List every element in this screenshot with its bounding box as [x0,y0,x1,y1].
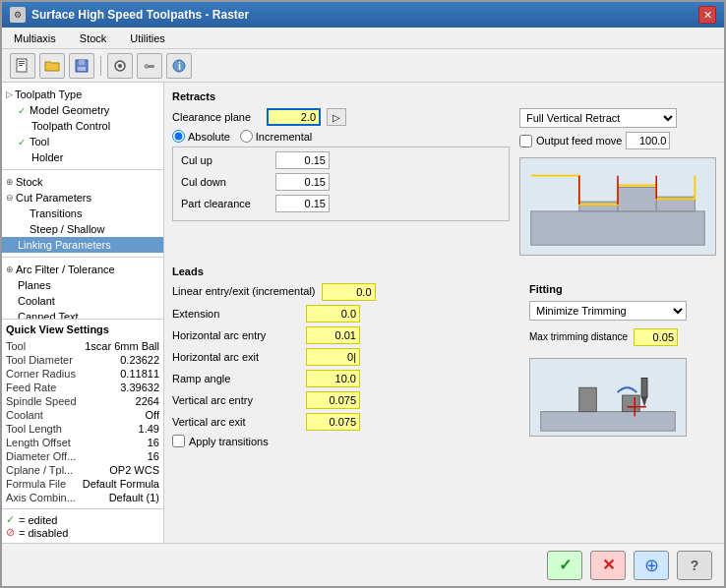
max-trimming-distance-input[interactable] [634,328,678,346]
leads-content: Linear entry/exit (incremental) Extensio… [172,283,716,451]
clearance-plane-arrow-button[interactable]: ▷ [327,108,346,126]
qv-label-feedrate: Feed Rate [6,382,56,393]
qv-row-diameteroff: Diameter Off... 16 [6,449,159,463]
tree-item-linking-parameters[interactable]: Linking Parameters [2,237,163,253]
vertical-arc-exit-input[interactable] [306,413,360,431]
apply-transitions-row: Apply transitions [172,435,510,447]
settings-icon [112,58,128,74]
qv-row-axis: Axis Combin... Default (1) [6,491,159,504]
qv-value-feedrate: 3.39632 [120,382,159,393]
tree-label: Canned Text [18,311,79,319]
help-button[interactable]: ? [677,551,712,580]
cancel-button[interactable]: ✕ [590,551,626,580]
qv-value-diameteroff: 16 [148,450,159,462]
horizontal-arc-exit-row: Horizontal arc exit [172,348,510,366]
qv-row-formula: Formula File Default Formula [6,477,159,491]
qv-label-cplane: Cplane / Tpl... [6,464,73,476]
toolbar-btn-5[interactable] [137,53,162,79]
minimize-trimming-dropdown[interactable]: Minimize Trimming Full Trim No Trim [529,301,687,321]
clearance-plane-input[interactable] [267,108,321,126]
toolbar-btn-2[interactable] [39,53,65,79]
output-feed-move-input[interactable] [626,132,670,149]
svg-rect-20 [541,412,676,432]
qv-row-lengthoffset: Length Offset 16 [6,436,159,449]
tree-item-canned-text[interactable]: Canned Text [2,309,163,319]
tree-item-steep-shallow[interactable]: Steep / Shallow [2,221,163,237]
retract-type-dropdown[interactable]: Full Vertical Retract Short Retract No R… [519,108,677,128]
qv-label-tool: Tool [6,340,26,352]
linear-entry-exit-input[interactable] [322,283,376,301]
qv-row-corner: Corner Radius 0.11811 [6,367,159,381]
toolbar-btn-6[interactable]: i [166,53,192,79]
tree-item-stock[interactable]: ⊕ Stock [2,174,163,190]
left-panel: ▷ Toolpath Type ✓ Model Geometry Toolpat… [2,83,164,543]
output-feed-move-checkbox[interactable] [519,135,532,147]
toolbar-btn-1[interactable] [10,53,35,79]
window-title: Surface High Speed Toolpaths - Raster [31,8,249,22]
menu-stock[interactable]: Stock [76,31,111,45]
toolbar-btn-3[interactable] [69,53,94,79]
incremental-radio[interactable]: Incremental [240,130,312,143]
expand-icon: ⊕ [6,177,14,187]
ramp-angle-input[interactable] [306,370,360,387]
tree-item-cut-parameters[interactable]: ⊖ Cut Parameters [2,190,163,206]
absolute-label: Absolute [188,131,230,143]
toolbar-btn-4[interactable] [107,53,133,79]
tree-item-tool[interactable]: ✓ Tool [2,134,163,149]
horizontal-arc-exit-input[interactable] [306,348,360,366]
tree-label: Tool [30,136,49,147]
tree-label: Toolpath Type [15,88,82,100]
tree-item-arc-filter[interactable]: ⊕ Arc Filter / Tolerance [2,262,163,277]
tree-item-planes[interactable]: Planes [2,277,163,293]
menu-utilities[interactable]: Utilities [126,31,168,45]
apply-transitions-checkbox[interactable] [172,435,185,447]
main-window: ⚙ Surface High Speed Toolpaths - Raster … [0,0,726,588]
right-panel: Retracts Clearance plane ▷ Abs [164,83,724,543]
tree-item-coolant[interactable]: Coolant [2,293,163,309]
leads-title: Leads [172,265,716,277]
extension-input[interactable] [306,305,360,323]
horizontal-arc-entry-input[interactable] [306,326,360,344]
menu-multiaxis[interactable]: Multiaxis [10,31,60,45]
cul-box: Cul up Cul down Part clearance [172,147,510,221]
tree-item-model-geometry[interactable]: ✓ Model Geometry [2,102,163,118]
tree-label: Arc Filter / Tolerance [16,264,115,275]
toolbar-separator [100,56,101,76]
part-clearance-row: Part clearance [181,195,501,212]
vertical-arc-entry-input[interactable] [306,391,360,409]
cul-down-input[interactable] [275,173,330,191]
svg-rect-14 [579,202,618,211]
ok-button[interactable]: ✓ [547,551,582,580]
max-trimming-distance-label: Max trimming distance [529,331,628,343]
add-button[interactable]: ⊕ [634,551,669,580]
quick-view-title: Quick View Settings [6,323,159,335]
absolute-radio-input[interactable] [172,130,185,143]
svg-rect-15 [618,187,656,211]
cul-up-input[interactable] [275,151,330,169]
retract-diagram [519,157,716,256]
tree-item-transitions[interactable]: Transitions [2,206,163,221]
part-clearance-input[interactable] [275,195,330,212]
fitting-title: Fitting [529,283,716,295]
retracts-left: Clearance plane ▷ Absolute Increme [172,108,510,225]
qv-label-lengthoffset: Length Offset [6,437,71,448]
bottom-bar: ✓ ✕ ⊕ ? [2,543,724,586]
absolute-radio[interactable]: Absolute [172,130,230,143]
qv-value-axis: Default (1) [109,492,159,503]
app-icon: ⚙ [10,7,26,23]
qv-label-coolant: Coolant [6,409,43,421]
incremental-radio-input[interactable] [240,130,253,143]
close-button[interactable]: ✕ [698,6,716,24]
svg-point-8 [118,64,122,68]
clearance-plane-label: Clearance plane [172,111,261,123]
cancel-icon: ✕ [602,556,615,574]
tree-label: Linking Parameters [18,239,111,251]
output-feed-move-row: Output feed move [519,132,670,149]
tree-item-toolpath-type[interactable]: ▷ Toolpath Type [2,87,163,102]
tree-item-holder[interactable]: Holder [2,149,163,165]
tree-container: ▷ Toolpath Type ✓ Model Geometry Toolpat… [2,83,163,319]
absolute-incremental-group: Absolute Incremental [172,130,510,143]
svg-rect-2 [19,63,25,64]
tree-item-toolpath-control[interactable]: Toolpath Control [2,118,163,134]
vertical-arc-entry-row: Vertical arc entry [172,391,510,409]
